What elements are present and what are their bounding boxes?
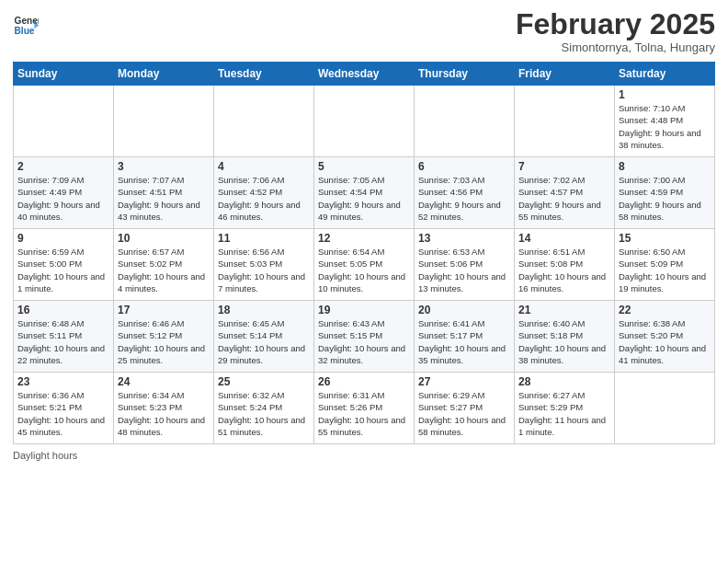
day-number: 17 (118, 304, 210, 316)
day-number: 12 (318, 232, 410, 245)
day-number: 18 (218, 304, 310, 316)
day-info: Sunrise: 6:43 AM Sunset: 5:15 PM Dayligh… (318, 317, 410, 366)
day-info: Sunrise: 6:56 AM Sunset: 5:03 PM Dayligh… (218, 246, 310, 294)
daylight-label: Daylight hours (13, 450, 77, 461)
calendar-cell: 8Sunrise: 7:00 AM Sunset: 4:59 PM Daylig… (615, 157, 715, 229)
calendar-cell: 22Sunrise: 6:38 AM Sunset: 5:20 PM Dayli… (615, 301, 715, 373)
day-number: 20 (418, 304, 510, 316)
day-info: Sunrise: 6:45 AM Sunset: 5:14 PM Dayligh… (218, 317, 310, 366)
day-number: 22 (619, 304, 711, 316)
page: General Blue February 2025 Simontornya, … (0, 0, 728, 563)
day-info: Sunrise: 7:10 AM Sunset: 4:48 PM Dayligh… (619, 102, 711, 151)
calendar-cell: 24Sunrise: 6:34 AM Sunset: 5:23 PM Dayli… (114, 373, 214, 444)
day-number: 15 (619, 232, 711, 245)
week-row-1: 1Sunrise: 7:10 AM Sunset: 4:48 PM Daylig… (14, 86, 715, 157)
day-info: Sunrise: 6:51 AM Sunset: 5:08 PM Dayligh… (518, 246, 610, 294)
calendar-table: SundayMondayTuesdayWednesdayThursdayFrid… (13, 62, 715, 444)
day-number: 14 (518, 232, 610, 245)
day-info: Sunrise: 7:02 AM Sunset: 4:57 PM Dayligh… (518, 174, 610, 223)
day-info: Sunrise: 6:27 AM Sunset: 5:29 PM Dayligh… (518, 389, 610, 438)
svg-text:Blue: Blue (15, 26, 35, 36)
day-info: Sunrise: 6:36 AM Sunset: 5:21 PM Dayligh… (17, 389, 109, 438)
calendar-cell (314, 86, 415, 157)
day-info: Sunrise: 6:57 AM Sunset: 5:02 PM Dayligh… (118, 246, 210, 294)
weekday-header-sunday: Sunday (14, 63, 114, 86)
calendar-cell: 21Sunrise: 6:40 AM Sunset: 5:18 PM Dayli… (515, 301, 615, 373)
calendar-cell: 13Sunrise: 6:53 AM Sunset: 5:06 PM Dayli… (415, 229, 515, 301)
calendar-cell: 18Sunrise: 6:45 AM Sunset: 5:14 PM Dayli… (214, 301, 314, 373)
calendar-cell (515, 86, 615, 157)
day-info: Sunrise: 6:41 AM Sunset: 5:17 PM Dayligh… (418, 317, 510, 366)
calendar-cell: 2Sunrise: 7:09 AM Sunset: 4:49 PM Daylig… (14, 157, 114, 229)
calendar-cell: 15Sunrise: 6:50 AM Sunset: 5:09 PM Dayli… (615, 229, 715, 301)
day-number: 23 (17, 375, 109, 388)
calendar-cell: 16Sunrise: 6:48 AM Sunset: 5:11 PM Dayli… (14, 301, 114, 373)
weekday-header-row: SundayMondayTuesdayWednesdayThursdayFrid… (14, 63, 715, 86)
weekday-header-thursday: Thursday (415, 63, 515, 86)
calendar-cell: 20Sunrise: 6:41 AM Sunset: 5:17 PM Dayli… (415, 301, 515, 373)
calendar-cell: 5Sunrise: 7:05 AM Sunset: 4:54 PM Daylig… (314, 157, 415, 229)
day-info: Sunrise: 6:48 AM Sunset: 5:11 PM Dayligh… (17, 317, 109, 366)
day-info: Sunrise: 6:32 AM Sunset: 5:24 PM Dayligh… (218, 389, 310, 438)
month-title: February 2025 (516, 9, 715, 39)
day-number: 19 (318, 304, 410, 316)
calendar-cell: 10Sunrise: 6:57 AM Sunset: 5:02 PM Dayli… (114, 229, 214, 301)
weekday-header-monday: Monday (114, 63, 214, 86)
day-number: 24 (118, 375, 210, 388)
calendar-cell: 27Sunrise: 6:29 AM Sunset: 5:27 PM Dayli… (415, 373, 515, 444)
day-number: 3 (118, 160, 210, 173)
day-info: Sunrise: 6:34 AM Sunset: 5:23 PM Dayligh… (118, 389, 210, 438)
logo-icon: General Blue (13, 13, 39, 39)
day-info: Sunrise: 6:53 AM Sunset: 5:06 PM Dayligh… (418, 246, 510, 294)
day-number: 11 (218, 232, 310, 245)
day-info: Sunrise: 6:38 AM Sunset: 5:20 PM Dayligh… (619, 317, 711, 366)
calendar-cell (415, 86, 515, 157)
day-number: 2 (17, 160, 109, 173)
calendar-cell (14, 86, 114, 157)
day-number: 28 (518, 375, 610, 388)
day-info: Sunrise: 7:09 AM Sunset: 4:49 PM Dayligh… (17, 174, 109, 223)
day-info: Sunrise: 6:50 AM Sunset: 5:09 PM Dayligh… (619, 246, 711, 294)
day-number: 6 (418, 160, 510, 173)
day-info: Sunrise: 7:03 AM Sunset: 4:56 PM Dayligh… (418, 174, 510, 223)
day-info: Sunrise: 7:06 AM Sunset: 4:52 PM Dayligh… (218, 174, 310, 223)
calendar-cell (214, 86, 314, 157)
week-row-3: 9Sunrise: 6:59 AM Sunset: 5:00 PM Daylig… (14, 229, 715, 301)
calendar-cell: 12Sunrise: 6:54 AM Sunset: 5:05 PM Dayli… (314, 229, 415, 301)
calendar-cell: 6Sunrise: 7:03 AM Sunset: 4:56 PM Daylig… (415, 157, 515, 229)
calendar-cell: 28Sunrise: 6:27 AM Sunset: 5:29 PM Dayli… (515, 373, 615, 444)
calendar-cell: 7Sunrise: 7:02 AM Sunset: 4:57 PM Daylig… (515, 157, 615, 229)
day-info: Sunrise: 7:07 AM Sunset: 4:51 PM Dayligh… (118, 174, 210, 223)
calendar-cell: 3Sunrise: 7:07 AM Sunset: 4:51 PM Daylig… (114, 157, 214, 229)
day-info: Sunrise: 7:00 AM Sunset: 4:59 PM Dayligh… (619, 174, 711, 223)
day-number: 4 (218, 160, 310, 173)
day-number: 21 (518, 304, 610, 316)
day-number: 5 (318, 160, 410, 173)
title-block: February 2025 Simontornya, Tolna, Hungar… (516, 9, 715, 54)
calendar-cell: 4Sunrise: 7:06 AM Sunset: 4:52 PM Daylig… (214, 157, 314, 229)
day-number: 7 (518, 160, 610, 173)
calendar-cell: 19Sunrise: 6:43 AM Sunset: 5:15 PM Dayli… (314, 301, 415, 373)
calendar-cell (615, 373, 715, 444)
calendar-cell: 23Sunrise: 6:36 AM Sunset: 5:21 PM Dayli… (14, 373, 114, 444)
day-info: Sunrise: 6:54 AM Sunset: 5:05 PM Dayligh… (318, 246, 410, 294)
logo: General Blue (13, 13, 39, 39)
day-info: Sunrise: 6:40 AM Sunset: 5:18 PM Dayligh… (518, 317, 610, 366)
header: General Blue February 2025 Simontornya, … (13, 9, 715, 54)
calendar-cell (114, 86, 214, 157)
day-number: 27 (418, 375, 510, 388)
day-info: Sunrise: 6:31 AM Sunset: 5:26 PM Dayligh… (318, 389, 410, 438)
day-info: Sunrise: 7:05 AM Sunset: 4:54 PM Dayligh… (318, 174, 410, 223)
day-number: 26 (318, 375, 410, 388)
calendar-cell: 11Sunrise: 6:56 AM Sunset: 5:03 PM Dayli… (214, 229, 314, 301)
day-info: Sunrise: 6:59 AM Sunset: 5:00 PM Dayligh… (17, 246, 109, 294)
calendar-cell: 1Sunrise: 7:10 AM Sunset: 4:48 PM Daylig… (615, 86, 715, 157)
day-number: 25 (218, 375, 310, 388)
week-row-4: 16Sunrise: 6:48 AM Sunset: 5:11 PM Dayli… (14, 301, 715, 373)
calendar-cell: 25Sunrise: 6:32 AM Sunset: 5:24 PM Dayli… (214, 373, 314, 444)
day-number: 1 (619, 88, 711, 101)
calendar-cell: 14Sunrise: 6:51 AM Sunset: 5:08 PM Dayli… (515, 229, 615, 301)
calendar-cell: 17Sunrise: 6:46 AM Sunset: 5:12 PM Dayli… (114, 301, 214, 373)
weekday-header-wednesday: Wednesday (314, 63, 415, 86)
day-number: 13 (418, 232, 510, 245)
